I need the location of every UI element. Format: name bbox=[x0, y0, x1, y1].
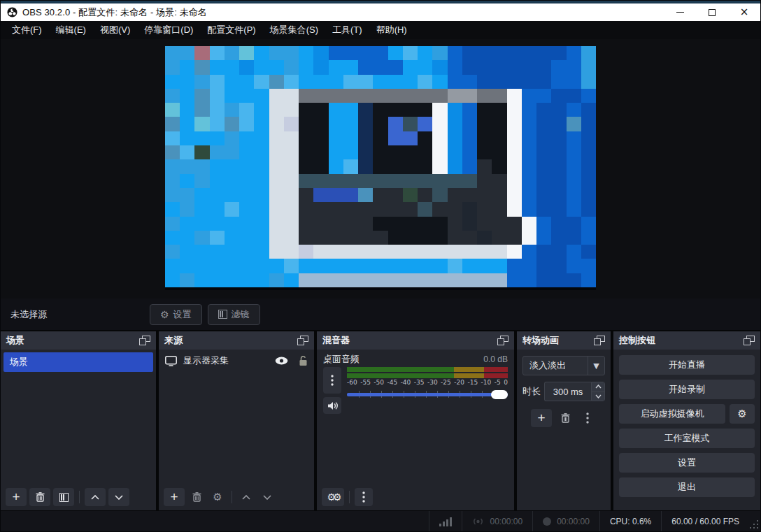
pixel bbox=[165, 259, 180, 273]
menu-profile[interactable]: 配置文件(P) bbox=[200, 21, 262, 39]
duration-increment-button[interactable] bbox=[592, 382, 604, 391]
volume-slider-track[interactable] bbox=[347, 393, 508, 396]
mute-toggle-button[interactable] bbox=[323, 397, 341, 414]
pixel bbox=[329, 60, 343, 74]
transitions-dock-header[interactable]: 转场动画 bbox=[517, 331, 611, 350]
popout-icon[interactable] bbox=[594, 336, 605, 345]
mixer-options-button[interactable] bbox=[355, 488, 373, 506]
duration-decrement-button[interactable] bbox=[592, 391, 604, 401]
pixel bbox=[165, 174, 180, 188]
remove-source-button[interactable] bbox=[187, 488, 206, 506]
scene-list-item[interactable]: 场景 bbox=[3, 352, 153, 372]
minimize-button[interactable] bbox=[664, 3, 696, 21]
add-source-button[interactable]: + bbox=[164, 488, 185, 506]
menu-edit[interactable]: 编辑(E) bbox=[49, 21, 93, 39]
source-list-item[interactable]: 显示器采集 bbox=[159, 350, 314, 372]
menu-tools[interactable]: 工具(T) bbox=[325, 21, 369, 39]
popout-icon[interactable] bbox=[497, 336, 508, 345]
popout-icon[interactable] bbox=[297, 336, 308, 345]
pixel bbox=[269, 145, 284, 159]
remove-transition-button[interactable] bbox=[556, 409, 574, 427]
pixel bbox=[432, 273, 447, 287]
exit-button[interactable]: 退出 bbox=[619, 477, 755, 497]
pixel bbox=[448, 117, 462, 131]
pixel bbox=[284, 259, 299, 273]
source-properties-toolbar-button[interactable]: ⚙ bbox=[208, 488, 227, 506]
pixel bbox=[329, 117, 343, 131]
source-filters-button[interactable]: 滤镜 bbox=[208, 304, 260, 325]
duration-value[interactable]: 300 ms bbox=[544, 382, 591, 401]
pixel bbox=[492, 75, 506, 89]
mixer-dock-header[interactable]: 混音器 bbox=[317, 331, 514, 350]
pixel bbox=[358, 89, 373, 103]
settings-button[interactable]: 设置 bbox=[619, 453, 755, 473]
pixel bbox=[329, 188, 343, 202]
scene-move-up-button[interactable] bbox=[85, 488, 106, 506]
program-preview[interactable] bbox=[165, 46, 596, 290]
studio-mode-button[interactable]: 工作室模式 bbox=[619, 429, 755, 448]
volume-slider[interactable] bbox=[347, 389, 508, 400]
source-move-up-button[interactable] bbox=[237, 488, 255, 506]
pixel bbox=[284, 159, 299, 173]
volume-slider-handle[interactable] bbox=[491, 390, 508, 399]
pixel bbox=[284, 75, 299, 89]
pixel bbox=[225, 117, 239, 131]
scenes-dock-header[interactable]: 场景 bbox=[1, 331, 156, 350]
transition-options-button[interactable] bbox=[578, 409, 597, 427]
pixel bbox=[239, 131, 254, 145]
popout-icon[interactable] bbox=[744, 336, 755, 345]
fps-indicator: 60.00 / 60.00 FPS bbox=[662, 511, 749, 531]
start-recording-button[interactable]: 开始录制 bbox=[619, 380, 755, 399]
pixel bbox=[536, 231, 551, 245]
virtual-camera-settings-button[interactable]: ⚙ bbox=[730, 404, 755, 424]
menu-help[interactable]: 帮助(H) bbox=[369, 21, 414, 39]
menu-docks[interactable]: 停靠窗口(D) bbox=[137, 21, 200, 39]
pixel bbox=[180, 103, 194, 117]
menu-view[interactable]: 视图(V) bbox=[93, 21, 137, 39]
pixel bbox=[432, 259, 447, 273]
pixel bbox=[239, 145, 254, 159]
pixel bbox=[551, 231, 566, 245]
popout-icon[interactable] bbox=[139, 336, 150, 345]
pixel bbox=[373, 231, 387, 245]
pixel bbox=[299, 145, 313, 159]
mixer-advanced-properties-button[interactable]: ⚙⚙ bbox=[322, 488, 344, 506]
pixel bbox=[462, 259, 477, 273]
titlebar[interactable]: OBS 30.2.0 - 配置文件: 未命名 - 场景: 未命名 × bbox=[1, 3, 760, 21]
pixel bbox=[403, 46, 418, 60]
start-virtual-camera-button[interactable]: 启动虚拟摄像机 bbox=[619, 404, 725, 424]
pixel bbox=[388, 103, 403, 117]
volume-meter-bottom bbox=[347, 373, 508, 378]
maximize-button[interactable] bbox=[696, 3, 728, 21]
channel-options-button[interactable] bbox=[323, 367, 341, 394]
pixel bbox=[403, 174, 418, 188]
pixel bbox=[403, 60, 418, 74]
resize-grip[interactable] bbox=[749, 511, 760, 531]
visibility-eye-icon[interactable] bbox=[275, 357, 288, 365]
transition-select[interactable]: 淡入淡出 ▼ bbox=[522, 356, 605, 375]
menu-file[interactable]: 文件(F) bbox=[5, 21, 49, 39]
close-button[interactable]: × bbox=[728, 3, 760, 21]
pixel bbox=[329, 217, 343, 231]
start-streaming-button[interactable]: 开始直播 bbox=[619, 355, 755, 375]
pixel bbox=[358, 103, 373, 117]
add-scene-button[interactable]: + bbox=[6, 488, 27, 506]
add-transition-button[interactable]: + bbox=[531, 409, 552, 427]
pixel bbox=[269, 60, 284, 74]
pixel bbox=[329, 145, 343, 159]
lock-open-icon[interactable] bbox=[299, 356, 308, 366]
duration-spinbox[interactable]: 300 ms bbox=[544, 382, 605, 401]
remove-scene-button[interactable] bbox=[29, 488, 50, 506]
controls-dock-header[interactable]: 控制按钮 bbox=[613, 331, 760, 350]
pixel bbox=[492, 188, 506, 202]
source-move-down-button[interactable] bbox=[258, 488, 276, 506]
pixel bbox=[388, 159, 403, 173]
pixel bbox=[165, 188, 180, 202]
scene-filters-button[interactable] bbox=[53, 488, 74, 506]
scene-move-down-button[interactable] bbox=[108, 488, 129, 506]
source-properties-button[interactable]: ⚙ 设置 bbox=[150, 304, 202, 325]
menu-scene-collection[interactable]: 场景集合(S) bbox=[263, 21, 325, 39]
sources-dock-header[interactable]: 来源 bbox=[159, 331, 314, 350]
pixel bbox=[477, 259, 492, 273]
pixel bbox=[269, 159, 284, 173]
